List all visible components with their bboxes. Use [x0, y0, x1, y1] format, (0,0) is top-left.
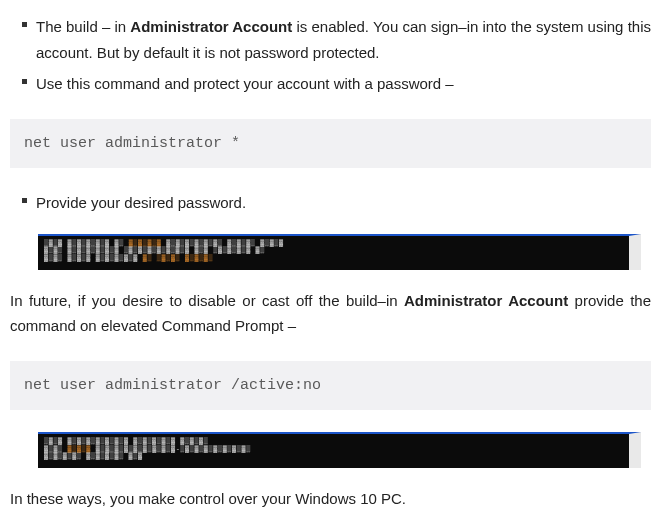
text-post: Use this command and protect your accoun…	[36, 75, 454, 92]
list-item: The build – in Administrator Account is …	[36, 14, 651, 65]
text-pre: The build – in	[36, 18, 130, 35]
code-block-1: net user administrator *	[10, 119, 651, 169]
terminal-screenshot-1: ▒▓▒▓ ▓▒▓▒▓▒▓▒▓ ▓▒ ▓▒▓▒▓▒▓ ▓▒▓▒▓▒▓▒▓▒▓▒ ▓…	[38, 234, 641, 270]
code-block-2: net user administrator /active:no	[10, 361, 651, 411]
text-bold: Administrator Account	[130, 18, 292, 35]
bullet-list-2: Provide your desired password.	[10, 190, 651, 216]
paragraph-2: In these ways, you make control over you…	[10, 486, 651, 512]
text-pre: In future, if you desire to disable or c…	[10, 292, 404, 309]
list-item: Use this command and protect your accoun…	[36, 71, 651, 97]
paragraph-1: In future, if you desire to disable or c…	[10, 288, 651, 339]
list-item: Provide your desired password.	[36, 190, 651, 216]
terminal-screenshot-2: ▒▓▒▓ ▓▒▓▒▓▒▓▒▓▒▓▒▓ ▓▒▓▒▓▒▓▒▓ ▓▒▓▒▓▒ ▓▒▓▒…	[38, 432, 641, 468]
bullet-list-1: The build – in Administrator Account is …	[10, 14, 651, 97]
text-post: Provide your desired password.	[36, 194, 246, 211]
text-bold: Administrator Account	[404, 292, 568, 309]
